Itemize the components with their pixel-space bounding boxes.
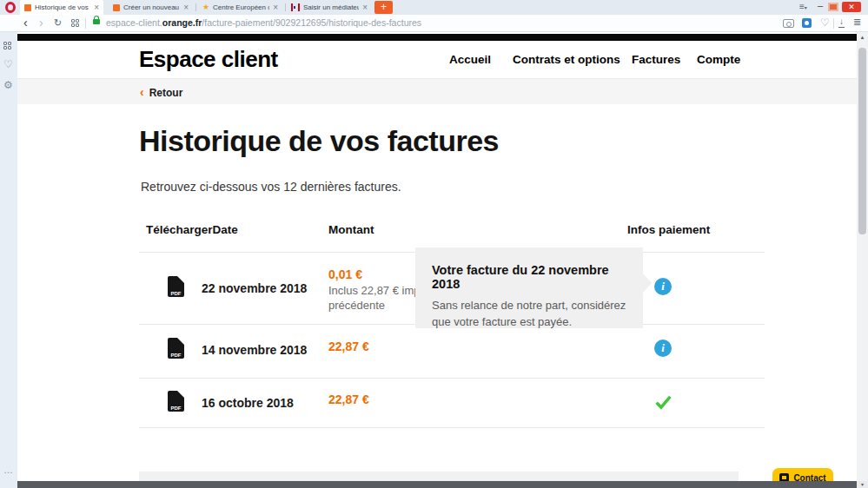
new-tab-button[interactable]: + bbox=[374, 1, 393, 14]
address-bar: ‹ › ↻ espace-client.orange.fr/facture-pa… bbox=[0, 15, 868, 32]
page-brand: Espace client bbox=[139, 46, 278, 73]
opera-sidebar: ♡ ⚙ … bbox=[0, 32, 17, 488]
speed-dial-icon[interactable] bbox=[71, 19, 79, 27]
download-icon[interactable]: ↓ bbox=[838, 16, 845, 28]
invoice-amount: 22,87 € bbox=[328, 392, 369, 406]
column-header-infos-paiement: Infos paiement bbox=[627, 223, 710, 236]
snapshot-icon[interactable] bbox=[783, 19, 794, 28]
pdf-download-icon[interactable]: PDF bbox=[168, 276, 184, 297]
close-button[interactable]: ✕ bbox=[842, 2, 861, 12]
pdf-download-icon[interactable]: PDF bbox=[168, 391, 184, 412]
scroll-up-icon[interactable]: ▲ bbox=[857, 35, 868, 40]
gouv-favicon-icon bbox=[291, 3, 300, 11]
tab-label: Créer un nouveau sujet - C... bbox=[123, 3, 180, 11]
invoice-date: 16 octobre 2018 bbox=[202, 396, 294, 410]
info-icon[interactable]: i bbox=[654, 340, 672, 357]
row-divider bbox=[139, 378, 765, 379]
maximize-button[interactable] bbox=[828, 3, 838, 11]
invoice-amount: 22,87 € bbox=[328, 340, 369, 353]
contact-button[interactable]: Contact bbox=[772, 468, 833, 481]
back-icon[interactable]: ‹ bbox=[23, 15, 28, 32]
divider bbox=[833, 18, 834, 29]
paid-check-icon bbox=[654, 392, 673, 411]
divider bbox=[85, 18, 86, 29]
column-header-montant: Montant bbox=[328, 223, 374, 236]
reload-icon[interactable]: ↻ bbox=[54, 15, 62, 32]
gear-icon[interactable]: ⚙ bbox=[3, 79, 13, 91]
scrollbar-thumb[interactable] bbox=[858, 48, 866, 234]
reading-list-icon[interactable]: ≣ bbox=[853, 16, 861, 28]
heart-icon[interactable]: ♡ bbox=[3, 58, 13, 70]
row-divider bbox=[139, 427, 765, 428]
extension-icon[interactable] bbox=[802, 18, 812, 28]
orange-favicon-icon bbox=[113, 4, 120, 11]
url-field[interactable]: espace-client.orange.fr/facture-paiement… bbox=[106, 17, 421, 28]
invoice-amount: 0,01 € bbox=[328, 267, 362, 281]
browser-window: Historique de vos factures × Créer un no… bbox=[0, 0, 868, 488]
tooltip-title: Votre facture du 22 novembre 2018 bbox=[432, 263, 627, 291]
column-header-download-date: TéléchargerDate bbox=[146, 223, 238, 236]
nav-compte[interactable]: Compte bbox=[697, 53, 740, 66]
tab-creer-sujet[interactable]: Créer un nouveau sujet - C... × bbox=[109, 0, 193, 15]
tab-label: Centre Européen des Cons... bbox=[213, 3, 269, 11]
vertical-scrollbar[interactable]: ▲ ▼ bbox=[857, 32, 868, 488]
info-icon[interactable]: i bbox=[654, 278, 672, 295]
minimize-button[interactable]: – bbox=[815, 0, 825, 12]
horizontal-scrollbar[interactable] bbox=[17, 481, 857, 488]
nav-accueil[interactable]: Accueil bbox=[449, 53, 491, 66]
invoice-date: 22 novembre 2018 bbox=[202, 281, 307, 295]
page-title: Historique de vos factures bbox=[139, 124, 499, 158]
more-icon[interactable]: … bbox=[3, 465, 13, 475]
tab-close-icon[interactable]: × bbox=[273, 3, 278, 12]
tab-close-icon[interactable]: × bbox=[362, 3, 368, 12]
tooltip-body: Sans relance de notre part, considérez q… bbox=[432, 298, 630, 331]
footer-band bbox=[139, 472, 739, 481]
tab-separator bbox=[285, 3, 286, 11]
forward-icon[interactable]: › bbox=[39, 15, 43, 32]
star-favicon-icon: ★ bbox=[202, 3, 209, 11]
chevron-left-icon: ‹ bbox=[140, 85, 144, 99]
page-subtitle: Retrouvez ci-dessous vos 12 dernières fa… bbox=[141, 180, 401, 194]
tab-close-icon[interactable]: × bbox=[183, 3, 189, 12]
tooltip-arrow bbox=[643, 274, 652, 293]
speed-dial-icon[interactable] bbox=[3, 42, 11, 49]
tab-saisir-mediateur[interactable]: Saisir un médiateur | econ... × bbox=[287, 0, 372, 15]
nav-factures[interactable]: Factures bbox=[632, 53, 680, 66]
back-strip: ‹Retour bbox=[17, 78, 857, 104]
nav-contrats-et-options[interactable]: Contrats et options bbox=[513, 53, 620, 66]
tab-close-icon[interactable]: × bbox=[94, 3, 99, 12]
chat-bubble-icon bbox=[779, 473, 789, 481]
opera-logo-icon[interactable] bbox=[5, 2, 16, 13]
tab-bar: Historique de vos factures × Créer un no… bbox=[0, 0, 868, 15]
tab-label: Saisir un médiateur | econ... bbox=[303, 3, 359, 11]
invoice-date: 14 novembre 2018 bbox=[202, 343, 307, 357]
tab-menu-icon[interactable]: ≡▾ bbox=[799, 2, 807, 11]
tooltip: Votre facture du 22 novembre 2018 Sans r… bbox=[415, 247, 643, 328]
tab-historique-factures[interactable]: Historique de vos factures × bbox=[20, 0, 103, 15]
pdf-download-icon[interactable]: PDF bbox=[168, 338, 184, 359]
site-top-bar bbox=[17, 34, 857, 41]
orange-favicon-icon bbox=[24, 4, 31, 11]
tab-separator bbox=[195, 3, 196, 11]
tab-centre-europeen[interactable]: ★ Centre Européen des Cons... × bbox=[198, 0, 282, 15]
page-viewport: Espace client Accueil Contrats et option… bbox=[17, 32, 857, 481]
back-link[interactable]: ‹Retour bbox=[140, 79, 182, 105]
secure-lock-icon[interactable] bbox=[93, 19, 100, 24]
tab-label: Historique de vos factures bbox=[35, 3, 90, 11]
scroll-corner: ▾ bbox=[857, 481, 868, 488]
heart-icon[interactable]: ♡ bbox=[820, 16, 830, 29]
